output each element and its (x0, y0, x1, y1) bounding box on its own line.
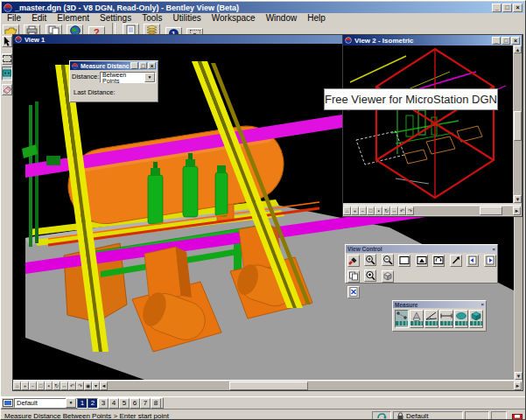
view-group-dropdown[interactable]: Default ▼ (14, 398, 77, 408)
zoom-in-button[interactable] (364, 254, 376, 266)
snap-mode-segment[interactable] (372, 411, 391, 420)
render-view-button[interactable] (364, 270, 376, 282)
scroll-left-arrow[interactable]: ◄ (100, 382, 108, 390)
zoom-out-button[interactable]: − (359, 206, 367, 215)
view-previous-button[interactable]: ↶ (398, 206, 406, 215)
active-lock-value: Default (406, 412, 428, 420)
pan-view-button[interactable] (450, 255, 462, 267)
view-next-button[interactable]: ↷ (406, 206, 414, 215)
scroll-right-arrow[interactable]: ► (514, 382, 522, 390)
window-area-button[interactable] (398, 255, 410, 267)
pan-view-button[interactable]: ↔ (390, 206, 398, 215)
close-icon[interactable]: × (492, 247, 495, 252)
menu-workspace[interactable]: Workspace (207, 13, 261, 23)
app-titlebar[interactable]: _master.dgn (3D - V8 DGN, Read-Only) - B… (2, 2, 524, 13)
zoom-out-button[interactable]: − (29, 382, 37, 390)
delete-element-button[interactable] (2, 84, 12, 95)
view-next-button[interactable]: ↷ (76, 382, 84, 390)
update-view-button[interactable]: ⌂ (343, 206, 351, 215)
measure-toolbar-titlebar[interactable]: Measure × (393, 301, 486, 308)
view-toggle-8[interactable]: 8 (151, 398, 161, 409)
view-toggle-4[interactable]: 4 (109, 398, 119, 409)
view2-vthumb[interactable] (514, 111, 522, 141)
measure-distance-titlebar[interactable]: Measure Distance _ □ × (70, 61, 158, 70)
minimize-button[interactable]: _ (492, 4, 501, 12)
fence-button[interactable] (2, 53, 12, 65)
scroll-right-arrow[interactable]: ► (513, 206, 521, 215)
pan-view-button[interactable]: ↔ (60, 382, 68, 390)
fit-view-button[interactable]: ▪ (375, 206, 382, 215)
menu-utilities[interactable]: Utilities (168, 13, 207, 23)
close-button[interactable]: × (513, 4, 522, 12)
view2-close-button[interactable]: × (511, 37, 520, 45)
menu-tools[interactable]: Tools (137, 13, 167, 23)
view2-titlebar[interactable]: View 2 - Isometric _ □ × (343, 35, 522, 46)
view2-hscrollbar[interactable] (414, 206, 513, 215)
zoom-in-button[interactable]: + (351, 206, 359, 215)
measure-radius-button[interactable] (410, 310, 424, 328)
zoom-in-button[interactable]: + (21, 382, 29, 390)
page-x-button[interactable] (347, 286, 360, 298)
navigate-view-button[interactable] (382, 270, 394, 283)
measure-distance-button[interactable] (395, 310, 409, 328)
view-toggle-3[interactable]: 3 (98, 398, 109, 409)
scroll-down-arrow[interactable]: ▼ (514, 195, 522, 203)
view1-hthumb[interactable] (229, 382, 308, 390)
measure-volume-button[interactable] (469, 310, 483, 328)
view-toggle-7[interactable]: 7 (140, 398, 151, 409)
zoom-out-button[interactable] (382, 254, 394, 266)
measure-angle-button[interactable] (424, 310, 438, 328)
view-toggle-1[interactable]: 1 (77, 398, 88, 409)
menu-help[interactable]: Help (302, 13, 331, 23)
tool-frame (1, 34, 13, 396)
view-toggle-5[interactable]: 5 (119, 398, 130, 409)
view-menu-button[interactable]: ▾ (92, 382, 100, 390)
measure-area-button[interactable] (454, 310, 468, 328)
scroll-down-arrow[interactable]: ▼ (515, 372, 522, 380)
view2-viewport[interactable] (343, 46, 513, 203)
maximize-button[interactable]: □ (502, 4, 512, 12)
rotate-view-button[interactable] (432, 255, 445, 267)
view-toggle-2[interactable]: 2 (88, 398, 98, 409)
view2-maximize-button[interactable]: □ (501, 37, 510, 45)
dialog-maximize-button[interactable]: □ (139, 62, 147, 69)
dialog-close-button[interactable]: × (148, 62, 156, 69)
last-distance-label: Last Distance: (74, 88, 116, 96)
menu-edit[interactable]: Edit (26, 13, 52, 23)
distance-dropdown[interactable]: Between Points ▼ (100, 72, 156, 83)
view-control-titlebar[interactable]: View Control × (346, 245, 497, 253)
view2-hthumb[interactable] (480, 206, 502, 215)
scroll-up-arrow[interactable]: ▲ (514, 46, 522, 53)
view-next-button[interactable] (484, 255, 496, 267)
update-view-button[interactable]: ⌂ (13, 382, 21, 390)
menu-file[interactable]: File (2, 13, 26, 23)
measure-length-button[interactable] (439, 310, 453, 328)
menu-settings[interactable]: Settings (95, 13, 137, 23)
window-area-button[interactable]: □ (37, 382, 45, 390)
fit-view-button[interactable]: ▪ (45, 382, 53, 390)
view2-vscrollbar[interactable]: ▲ ▼ (514, 46, 522, 203)
measure-distance-icon (396, 311, 408, 327)
rotate-view-button[interactable]: ↻ (53, 382, 60, 390)
menu-window[interactable]: Window (261, 13, 303, 23)
element-selection-button[interactable] (2, 36, 12, 47)
close-icon[interactable]: × (480, 302, 484, 307)
chevron-down-icon[interactable]: ▼ (66, 398, 76, 408)
window-area-button[interactable]: □ (367, 206, 375, 215)
menu-element[interactable]: Element (52, 13, 95, 23)
view-display-button[interactable]: ◉ (84, 382, 92, 390)
view2-minimize-button[interactable]: _ (492, 37, 501, 45)
measure-tool-button[interactable] (2, 66, 12, 80)
copy-view-button[interactable] (347, 270, 360, 283)
view-previous-button[interactable] (466, 255, 479, 267)
dialog-minimize-button[interactable]: _ (130, 62, 138, 69)
view1-hscrollbar[interactable] (108, 382, 514, 390)
view-previous-button[interactable]: ↶ (68, 382, 76, 390)
update-view-button[interactable] (347, 255, 360, 267)
chevron-down-icon[interactable]: ▼ (144, 73, 155, 82)
rotate-view-button[interactable]: ↻ (382, 206, 390, 215)
active-lock-segment[interactable]: Default (393, 411, 463, 420)
fit-view-button[interactable] (416, 255, 428, 267)
pan-view-icon (451, 256, 461, 265)
view-toggle-6[interactable]: 6 (130, 398, 140, 409)
